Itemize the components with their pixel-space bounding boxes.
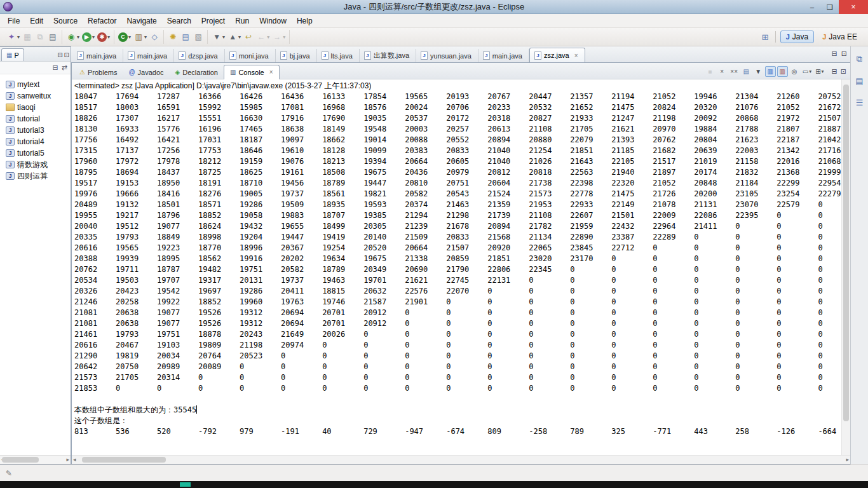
tasks-view-button[interactable]: ☰ bbox=[853, 96, 866, 109]
tree-item-tiaoqi[interactable]: tiaoqi bbox=[0, 102, 71, 113]
editor-tab-main.java[interactable]: Jmain.java bbox=[123, 49, 174, 62]
tree-item-sanweitux[interactable]: Jsanweitux bbox=[0, 90, 71, 102]
menu-source[interactable]: Source bbox=[48, 15, 83, 27]
scroll-right-icon[interactable]: ▸ bbox=[846, 456, 849, 463]
menu-navigate[interactable]: Navigate bbox=[121, 15, 161, 27]
close-view-icon[interactable]: × bbox=[269, 69, 273, 76]
show-stdout-button[interactable]: ▥ bbox=[765, 66, 776, 77]
dropdown-arrow-icon[interactable]: ▾ bbox=[822, 69, 824, 74]
view-tab-problems[interactable]: ⚠Problems bbox=[74, 65, 123, 79]
back-button[interactable]: ←▾ bbox=[255, 30, 271, 43]
open-task-button[interactable]: ▤ bbox=[179, 30, 192, 43]
new-wizard-button[interactable]: ✦▾ bbox=[5, 30, 21, 43]
editor-tab-main.java[interactable]: Jmain.java bbox=[72, 49, 123, 62]
tree-item-四则运算[interactable]: J四则运算 bbox=[0, 170, 71, 182]
open-perspective-button[interactable]: ⊞ bbox=[760, 31, 771, 43]
external-tools-button[interactable]: ✱▾ bbox=[96, 31, 111, 43]
view-tab-javadoc[interactable]: @Javadoc bbox=[123, 65, 169, 79]
scrollbar-thumb[interactable] bbox=[843, 85, 849, 421]
editor-tab-moni.java[interactable]: Jmoni.java bbox=[225, 49, 276, 62]
editor-tab-zsz.java[interactable]: Jzsz.java× bbox=[529, 48, 585, 62]
dropdown-arrow-icon[interactable]: ▾ bbox=[809, 69, 811, 74]
menu-file[interactable]: File bbox=[3, 15, 25, 27]
collapse-all-button[interactable]: ⊟ bbox=[53, 64, 58, 72]
menu-run[interactable]: Run bbox=[230, 15, 254, 27]
editor-tab-lts.java[interactable]: Jlts.java bbox=[317, 49, 360, 62]
new-java-package-button[interactable]: ▥▾ bbox=[132, 30, 148, 43]
menu-search[interactable]: Search bbox=[162, 15, 196, 27]
dropdown-arrow-icon[interactable]: ▾ bbox=[77, 34, 79, 40]
menu-help[interactable]: Help bbox=[292, 15, 318, 27]
package-explorer-hscrollbar[interactable]: ◂ ▸ bbox=[0, 455, 71, 464]
view-tab-console[interactable]: ▥Console× bbox=[224, 65, 280, 79]
tree-item-猜数游戏[interactable]: J猜数游戏 bbox=[0, 159, 71, 170]
java-search-button[interactable]: ✺ bbox=[166, 30, 179, 43]
console-output[interactable]: <terminated> zsz [Java Application] D:\j… bbox=[72, 79, 841, 455]
menu-edit[interactable]: Edit bbox=[25, 15, 48, 27]
open-type-button[interactable]: ◇ bbox=[148, 30, 161, 43]
perspective-java-button[interactable]: J Java bbox=[780, 30, 814, 43]
dropdown-arrow-icon[interactable]: ▾ bbox=[92, 34, 95, 40]
clear-console-button[interactable]: ▤ bbox=[741, 66, 752, 77]
tree-item-tutorial5[interactable]: Jtutorial5 bbox=[0, 147, 71, 159]
menu-refactor[interactable]: Refactor bbox=[83, 15, 121, 27]
dropdown-arrow-icon[interactable]: ▾ bbox=[17, 34, 20, 40]
pin-console-button[interactable]: ◎ bbox=[789, 66, 800, 77]
package-explorer-tab[interactable]: ▦ P bbox=[1, 48, 24, 61]
remove-launch-button[interactable]: × bbox=[717, 66, 728, 77]
minimize-console-view-button[interactable]: ⊟ bbox=[832, 67, 837, 76]
windows-taskbar[interactable] bbox=[0, 481, 868, 488]
minimize-view-button[interactable]: ⊟ bbox=[57, 51, 62, 58]
dropdown-arrow-icon[interactable]: ▾ bbox=[267, 34, 269, 40]
mark-occurrences-button[interactable]: ▧ bbox=[192, 30, 205, 43]
dropdown-arrow-icon[interactable]: ▾ bbox=[238, 34, 241, 40]
tree-item-tutorial[interactable]: Jtutorial bbox=[0, 113, 71, 125]
link-with-editor-button[interactable]: ⇄ bbox=[62, 64, 67, 72]
editor-tab-main.java[interactable]: Jmain.java bbox=[478, 49, 529, 62]
tree-item-tutorial4[interactable]: Jtutorial4 bbox=[0, 136, 71, 147]
remove-all-launches-button[interactable]: ×× bbox=[729, 66, 740, 77]
scroll-lock-button[interactable]: ▼ bbox=[753, 66, 764, 77]
minimize-window-button[interactable]: – bbox=[803, 0, 821, 14]
open-console-button[interactable]: ⊞▾ bbox=[814, 66, 825, 77]
close-window-button[interactable]: × bbox=[839, 0, 868, 14]
terminate-button[interactable]: ■ bbox=[705, 66, 715, 77]
tree-item-tutorial3[interactable]: Jtutorial3 bbox=[0, 125, 71, 136]
console-vscrollbar[interactable] bbox=[841, 79, 850, 455]
show-stderr-button[interactable]: ▥ bbox=[777, 66, 788, 77]
editor-tab-yunsuan.java[interactable]: Jyunsuan.java bbox=[416, 49, 478, 62]
display-console-button[interactable]: ▭▾ bbox=[801, 66, 813, 77]
scrollbar-thumb[interactable] bbox=[2, 457, 39, 463]
dropdown-arrow-icon[interactable]: ▾ bbox=[107, 34, 110, 40]
titlebar[interactable]: Java - 四则运算/src/子数组更改/zsz.java - Eclipse… bbox=[0, 0, 868, 14]
minimize-editor-area-button[interactable]: ⊟ bbox=[832, 50, 837, 58]
menu-project[interactable]: Project bbox=[196, 15, 230, 27]
run-button[interactable]: ▶▾ bbox=[81, 31, 96, 43]
previous-annotation-button[interactable]: ▲▾ bbox=[226, 30, 242, 43]
dropdown-arrow-icon[interactable]: ▾ bbox=[222, 34, 225, 40]
scrollbar-thumb[interactable] bbox=[82, 457, 166, 463]
editor-tab-dzsp.java[interactable]: Jdzsp.java bbox=[174, 49, 224, 62]
dropdown-arrow-icon[interactable]: ▾ bbox=[128, 34, 131, 40]
maximize-console-view-button[interactable]: ⊡ bbox=[841, 67, 846, 76]
restore-view-button[interactable]: ⧉ bbox=[853, 53, 866, 65]
save-all-button[interactable]: ⧉ bbox=[34, 30, 46, 43]
editor-tab-出算数.java[interactable]: J出算数.java bbox=[360, 49, 416, 62]
next-annotation-button[interactable]: ▼▾ bbox=[210, 30, 226, 43]
outline-view-button[interactable]: ▤ bbox=[853, 74, 866, 87]
dropdown-arrow-icon[interactable]: ▾ bbox=[283, 34, 285, 40]
perspective-javaee-button[interactable]: J Java EE bbox=[817, 30, 863, 43]
scroll-left-icon[interactable]: ◂ bbox=[73, 456, 76, 463]
editor-tab-bj.java[interactable]: Jbj.java bbox=[276, 49, 317, 62]
maximize-window-button[interactable]: ❑ bbox=[821, 0, 839, 14]
tree-item-mytext[interactable]: Jmytext bbox=[0, 79, 71, 90]
close-tab-icon[interactable]: × bbox=[574, 52, 578, 59]
forward-button[interactable]: →▾ bbox=[271, 30, 287, 43]
maximize-view-button[interactable]: ⊡ bbox=[64, 51, 69, 58]
scroll-right-icon[interactable]: ▸ bbox=[66, 456, 69, 463]
maximize-editor-area-button[interactable]: ⊡ bbox=[841, 50, 847, 58]
console-hscrollbar[interactable]: ◂ ▸ bbox=[72, 455, 850, 464]
new-java-class-button[interactable]: C▾ bbox=[117, 31, 132, 43]
save-button[interactable]: ▦ bbox=[21, 30, 34, 43]
print-button[interactable]: ▤ bbox=[46, 30, 59, 43]
